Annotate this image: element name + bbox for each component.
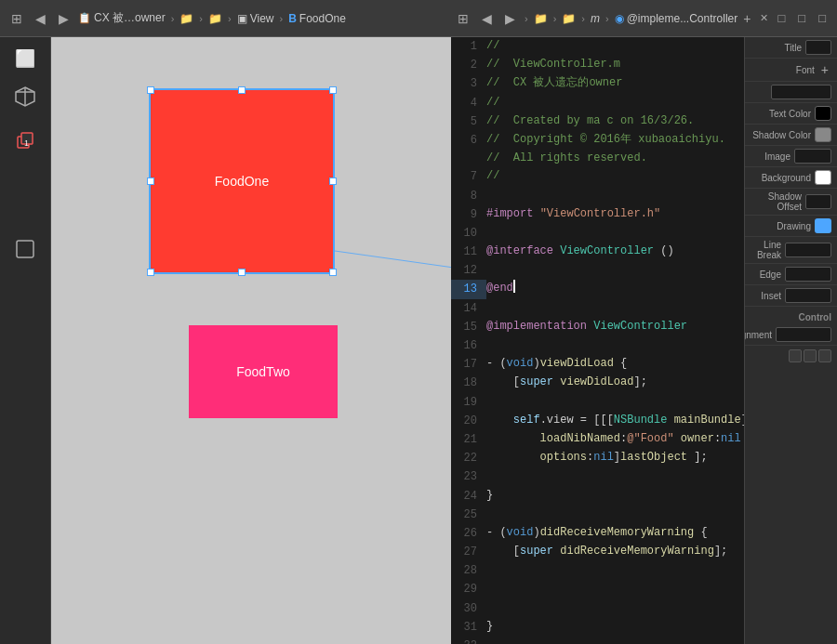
code-line-18: 18 [super viewDidLoad]; xyxy=(451,374,744,392)
inset-label: Inset xyxy=(751,291,781,301)
code-line-22: 22 options:nil]lastObject ]; xyxy=(451,449,744,467)
handle-rm[interactable] xyxy=(329,177,337,185)
svg-line-6 xyxy=(335,251,451,269)
shadow-offset-label: Shadow Offset xyxy=(751,191,802,212)
code-line-24: 24 } xyxy=(451,487,744,506)
close-tab-btn[interactable]: ✕ xyxy=(760,12,768,24)
breadcrumb-foodone-label: FoodOne xyxy=(299,12,346,25)
code-line-8: 8 xyxy=(451,187,744,205)
top-bar: ⊞ ◀ ▶ 📋 CX 被…owner › 📁 › 📁 › ▣ View › B … xyxy=(0,0,837,37)
edge-label: Edge xyxy=(751,269,781,280)
title-row-label: Title xyxy=(751,43,802,53)
code-line-32: 32 xyxy=(451,637,744,644)
code-line-15: 15 @implementation ViewController xyxy=(451,318,744,336)
handle-tm[interactable] xyxy=(238,86,246,94)
back-btn[interactable]: ◀ xyxy=(32,9,49,28)
alignment-row[interactable]: Alignment xyxy=(745,324,837,346)
right-panel: Title Font + Text Color Shadow Color Ima… xyxy=(744,37,837,644)
code-line-21: 21 loadNibNamed:@"Food" owner:nil xyxy=(451,430,744,449)
image-label: Image xyxy=(751,151,790,162)
font-plus-btn[interactable]: + xyxy=(818,61,831,78)
code-line-23: 23 xyxy=(451,467,744,486)
title-field[interactable] xyxy=(805,40,831,55)
breadcrumb-view-label: View xyxy=(250,12,274,25)
font-detail-row xyxy=(745,82,837,103)
shadow-color-row[interactable]: Shadow Color xyxy=(745,125,837,146)
line-break-field[interactable] xyxy=(785,243,831,257)
crumb-f1[interactable]: 📁 xyxy=(534,12,548,25)
square-icon[interactable] xyxy=(10,234,40,269)
crumb-m[interactable]: m xyxy=(591,12,600,25)
breadcrumb-view[interactable]: ▣ View xyxy=(237,12,274,25)
breadcrumb-folder1[interactable]: 📁 xyxy=(179,12,193,25)
handle-br[interactable] xyxy=(329,269,337,276)
drawing-toggle[interactable] xyxy=(815,218,831,233)
code-line-12: 12 xyxy=(451,261,744,280)
text-color-row[interactable]: Text Color xyxy=(745,103,837,125)
crumb-f2[interactable]: 📁 xyxy=(562,12,576,25)
font-field[interactable] xyxy=(771,85,831,99)
handle-lm[interactable] xyxy=(147,177,154,185)
foodtwo-view[interactable]: FoodTwo xyxy=(189,325,338,418)
edge-row[interactable]: Edge xyxy=(745,264,837,285)
font-row[interactable]: Font + xyxy=(745,59,837,82)
image-field[interactable] xyxy=(794,149,831,164)
alignment-buttons xyxy=(745,346,837,366)
align-btn-1[interactable] xyxy=(789,349,802,362)
text-color-swatch[interactable] xyxy=(815,106,831,121)
forward-btn[interactable]: ▶ xyxy=(55,9,73,28)
code-line-13: 13 @end xyxy=(451,280,744,298)
code-line-11: 11 @interface ViewController () xyxy=(451,243,744,261)
nav-forward[interactable]: ▶ xyxy=(501,9,519,28)
canvas-area: FoodOne FoodTwo xyxy=(51,37,451,644)
inset-field[interactable] xyxy=(785,288,831,303)
window-icon3[interactable]: □ xyxy=(815,9,830,27)
cube2-icon[interactable] xyxy=(10,82,40,116)
handle-tr[interactable] xyxy=(329,86,337,94)
alignment-field[interactable] xyxy=(776,327,831,342)
code-line-10: 10 xyxy=(451,224,744,243)
crumb-controller[interactable]: ◉ @impleme...Controller xyxy=(615,12,738,25)
line-break-label: Line Break xyxy=(751,240,781,260)
code-line-7: 7 // xyxy=(451,167,744,186)
align-btn-2[interactable] xyxy=(804,349,817,362)
shadow-offset-row[interactable]: Shadow Offset xyxy=(745,189,837,216)
code-line-19: 19 xyxy=(451,393,744,412)
cube-icon[interactable]: ⬜ xyxy=(11,45,39,72)
breadcrumb-foodone[interactable]: B FoodOne xyxy=(288,12,346,25)
sidebar-toggle[interactable]: ⊞ xyxy=(7,9,26,28)
edge-field[interactable] xyxy=(785,267,831,282)
handle-bm[interactable] xyxy=(238,269,246,276)
inset-row[interactable]: Inset xyxy=(745,285,837,307)
breadcrumb-folder2[interactable]: 📁 xyxy=(208,12,222,25)
align-btn-3[interactable] xyxy=(818,349,831,362)
window-icon1[interactable]: □ xyxy=(774,9,789,27)
line-break-row[interactable]: Line Break xyxy=(745,237,837,264)
background-row[interactable]: Background xyxy=(745,167,837,189)
code-line-16: 16 xyxy=(451,336,744,355)
control-section-label: Control xyxy=(745,307,837,324)
code-line-5: 5 // Created by ma c on 16/3/26. xyxy=(451,112,744,131)
grid-icon[interactable]: ⊞ xyxy=(454,9,472,28)
shadow-offset-field[interactable] xyxy=(805,194,831,209)
text-color-label: Text Color xyxy=(751,109,811,119)
foodone-container[interactable]: FoodOne xyxy=(149,88,335,274)
breadcrumb-cx-label: CX 被…owner xyxy=(94,10,166,26)
image-row[interactable]: Image xyxy=(745,146,837,167)
code-line-26: 26 - (void)didReceiveMemoryWarning { xyxy=(451,524,744,543)
handle-tl[interactable] xyxy=(147,86,154,94)
code-line-27: 27 [super didReceiveMemoryWarning]; xyxy=(451,543,744,561)
nav-back[interactable]: ◀ xyxy=(478,9,496,28)
shadow-color-swatch[interactable] xyxy=(815,127,831,142)
handle-bl[interactable] xyxy=(147,269,154,276)
svg-rect-5 xyxy=(17,241,33,257)
code-line-4: 4 // xyxy=(451,94,744,112)
code-line-1: 1 // xyxy=(451,37,744,56)
bg-swatch[interactable] xyxy=(815,170,831,185)
code-editor[interactable]: 1 // 2 // ViewController.m 3 // CX 被人遗忘的… xyxy=(451,37,744,644)
foodone-view[interactable]: FoodOne xyxy=(151,90,333,272)
box3d-icon[interactable]: 1 xyxy=(10,125,40,160)
breadcrumb-cx[interactable]: 📋 CX 被…owner xyxy=(78,10,166,26)
add-tab-btn[interactable]: + xyxy=(743,11,751,26)
window-icon2[interactable]: □ xyxy=(794,9,809,27)
